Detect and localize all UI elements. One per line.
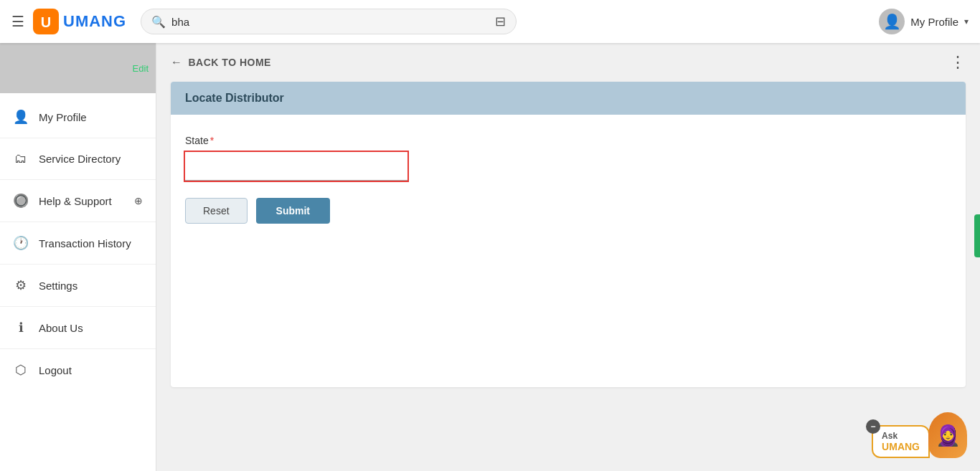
sidebar-item-label: Logout	[39, 364, 143, 376]
sidebar-edit-link[interactable]: Edit	[133, 63, 149, 74]
sidebar-user-section: Edit	[0, 43, 156, 93]
sidebar-divider	[0, 222, 156, 222]
sidebar-divider	[0, 138, 156, 138]
umang-brand-label: UMANG	[882, 441, 920, 452]
help-icon: 🔘	[13, 193, 29, 209]
required-asterisk: *	[210, 135, 214, 146]
sidebar-item-service-directory[interactable]: 🗂 Service Directory	[0, 141, 156, 176]
ask-umang-bubble: − Ask UMANG	[872, 425, 930, 458]
umang-logo-icon: U	[33, 9, 59, 34]
form-actions: Reset Submit	[185, 198, 951, 224]
avatar: 👤	[879, 9, 905, 34]
sidebar-divider	[0, 179, 156, 180]
profile-section[interactable]: 👤 My Profile ▾	[879, 9, 969, 34]
sidebar-item-help-support[interactable]: 🔘 Help & Support ⊕	[0, 183, 156, 219]
sidebar-item-about-us[interactable]: ℹ About Us	[0, 310, 156, 346]
profile-label: My Profile	[910, 16, 958, 28]
state-form-group: State*	[185, 135, 951, 181]
sidebar-item-settings[interactable]: ⚙ Settings	[0, 267, 156, 303]
back-arrow-icon: ←	[171, 56, 183, 69]
hamburger-icon[interactable]: ☰	[11, 13, 24, 30]
sidebar-item-label: Settings	[39, 280, 143, 292]
sidebar-item-label: Service Directory	[39, 153, 143, 165]
sidebar-item-label: Help & Support	[39, 195, 124, 207]
search-icon: 🔍	[151, 15, 166, 29]
submit-button[interactable]: Submit	[256, 198, 330, 224]
more-options-icon[interactable]: ⋮	[950, 53, 966, 72]
search-bar: 🔍 ⊟	[141, 9, 517, 34]
sidebar-item-label: My Profile	[39, 111, 143, 123]
state-label: State*	[185, 135, 951, 146]
header: ☰ U UMANG 🔍 ⊟ 👤 My Profile ▾	[0, 0, 980, 43]
directory-icon: 🗂	[13, 151, 29, 166]
close-icon[interactable]: −	[866, 419, 880, 434]
back-label: BACK TO HOME	[189, 57, 271, 68]
sidebar-divider	[0, 264, 156, 265]
content-area: ← BACK TO HOME ⋮ Locate Distributor Stat…	[156, 43, 980, 471]
form-card-title: Locate Distributor	[185, 92, 284, 104]
ask-label: Ask	[882, 431, 920, 441]
sidebar-item-my-profile[interactable]: 👤 My Profile	[0, 99, 156, 135]
sidebar-divider	[0, 306, 156, 307]
person-icon: 👤	[13, 109, 29, 125]
logo-text: UMANG	[63, 12, 126, 31]
sidebar-item-label: Transaction History	[39, 237, 143, 249]
back-bar: ← BACK TO HOME ⋮	[156, 43, 980, 82]
reset-button[interactable]: Reset	[185, 198, 248, 224]
form-card-body: State* Reset Submit	[171, 115, 966, 387]
avatar-figure: 🧕	[928, 412, 967, 458]
settings-icon: ⚙	[13, 277, 29, 293]
sidebar-item-transaction-history[interactable]: 🕐 Transaction History	[0, 225, 156, 261]
plus-icon: ⊕	[134, 195, 143, 206]
green-tab	[974, 214, 980, 257]
logout-icon: ⬡	[13, 362, 29, 378]
search-input[interactable]	[171, 16, 489, 28]
sidebar-item-label: About Us	[39, 322, 143, 334]
history-icon: 🕐	[13, 235, 29, 251]
back-to-home-link[interactable]: ← BACK TO HOME	[171, 56, 271, 69]
sidebar-item-logout[interactable]: ⬡ Logout	[0, 352, 156, 388]
form-card-header: Locate Distributor	[171, 82, 966, 115]
sidebar: Edit 👤 My Profile 🗂 Service Directory 🔘 …	[0, 43, 156, 471]
sidebar-nav: 👤 My Profile 🗂 Service Directory 🔘 Help …	[0, 93, 156, 394]
form-card: Locate Distributor State* Reset Submit	[171, 82, 966, 387]
state-input[interactable]	[185, 152, 407, 181]
chevron-down-icon: ▾	[964, 16, 969, 27]
info-icon: ℹ	[13, 320, 29, 336]
ask-umang-avatar: 🧕	[928, 412, 967, 458]
logo-container: U UMANG	[33, 9, 126, 34]
main-layout: Edit 👤 My Profile 🗂 Service Directory 🔘 …	[0, 43, 980, 471]
svg-text:U: U	[41, 14, 51, 30]
filter-icon-button[interactable]: ⊟	[495, 14, 506, 29]
sidebar-divider	[0, 348, 156, 349]
ask-umang-widget[interactable]: − Ask UMANG 🧕	[872, 412, 967, 458]
